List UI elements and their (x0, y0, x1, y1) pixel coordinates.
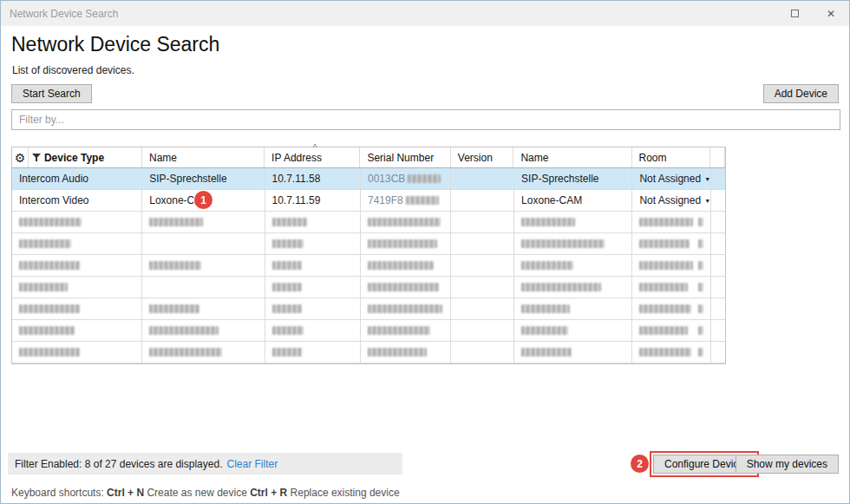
annotation-marker-2: 2 (631, 455, 649, 473)
cell-redacted (361, 212, 451, 232)
redacted-text (521, 348, 572, 357)
column-header-serial-number-3[interactable]: Serial Number (360, 147, 450, 167)
add-device-button[interactable]: Add Device (763, 84, 839, 103)
window-title: Network Device Search (10, 8, 118, 20)
page-title: Network Device Search (11, 33, 219, 56)
cell-room-dropdown[interactable] (632, 233, 711, 254)
filter-input[interactable] (11, 109, 840, 130)
table-row[interactable] (12, 298, 725, 320)
cell-room-dropdown[interactable] (632, 320, 711, 341)
column-header-device-type-0[interactable]: Device Type (29, 147, 142, 167)
table-row[interactable] (12, 212, 725, 233)
redacted-text (272, 261, 302, 270)
cell-redacted (265, 277, 361, 298)
redacted-text (406, 196, 439, 205)
cell-redacted (142, 320, 265, 341)
cell-extra (711, 255, 725, 276)
column-header-version-4[interactable]: Version (451, 147, 514, 167)
show-my-devices-button[interactable]: Show my devices (736, 455, 839, 474)
column-header-room-6[interactable]: Room (632, 147, 710, 167)
cell-redacted (12, 255, 142, 276)
redacted-text (272, 218, 307, 226)
table-row[interactable] (12, 320, 725, 342)
cell-redacted (514, 320, 632, 341)
redacted-text (19, 348, 80, 357)
cell-redacted (12, 320, 142, 341)
cell-redacted (265, 320, 361, 341)
column-header-name-5[interactable]: Name (513, 147, 631, 167)
cell-redacted (142, 212, 265, 232)
cell-redacted (514, 212, 632, 232)
cell-redacted (142, 277, 265, 298)
redacted-text (149, 326, 219, 335)
cell-extra (711, 298, 725, 319)
cell-redacted (361, 233, 451, 254)
cell-room-dropdown[interactable] (632, 255, 711, 276)
cell-redacted (514, 298, 632, 319)
cell-redacted (265, 212, 361, 232)
redacted-text (19, 218, 82, 226)
redacted-text (698, 261, 703, 270)
filter-funnel-icon (32, 154, 41, 162)
redacted-text (639, 261, 693, 270)
cell-room-dropdown[interactable]: Not Assigned▼ (632, 190, 711, 211)
cell-room-dropdown[interactable] (632, 298, 711, 319)
redacted-text (19, 326, 75, 335)
cell-room-dropdown[interactable]: Not Assigned▼ (632, 168, 711, 189)
cell-redacted (265, 255, 361, 276)
table-row[interactable] (12, 233, 725, 255)
redacted-text (368, 218, 441, 226)
table-row[interactable]: Intercom AudioSIP-Sprechstelle10.7.11.58… (12, 168, 725, 190)
shortcut-ctrl-r: Ctrl + R (250, 487, 287, 499)
cell-room-dropdown[interactable] (632, 277, 711, 298)
cell-extra (711, 190, 725, 211)
table-row[interactable] (12, 277, 725, 298)
cell-redacted (142, 298, 265, 319)
title-bar[interactable]: Network Device Search ✕ (1, 1, 849, 26)
start-search-button[interactable]: Start Search (11, 84, 92, 103)
redacted-text (19, 239, 71, 248)
cell-redacted (12, 342, 142, 363)
network-device-search-window: Network Device Search ✕ Network Device S… (0, 0, 850, 504)
cell-device-type: Intercom Audio (12, 168, 142, 189)
cell-redacted (451, 342, 514, 363)
device-table: ⚙Device TypeNameIP AddressSerial NumberV… (11, 147, 726, 364)
cell-serial-number: 0013CB (361, 168, 451, 189)
column-header-name-1[interactable]: Name (142, 147, 265, 167)
redacted-text (521, 283, 601, 291)
redacted-text (521, 326, 568, 335)
cell-redacted (451, 320, 514, 341)
cell-serial-number: 7419F8 (361, 190, 451, 211)
chevron-down-icon: ▼ (704, 198, 710, 204)
redacted-text (521, 239, 605, 248)
redacted-text (368, 326, 430, 335)
cell-room-dropdown[interactable] (632, 212, 711, 232)
cell-extra (711, 277, 725, 298)
table-row[interactable]: Intercom VideoLoxone-CAM10.7.11.597419F8… (12, 190, 725, 212)
redacted-text (149, 348, 222, 357)
table-row[interactable] (12, 342, 725, 363)
cell-ip-address: 10.7.11.58 (265, 168, 361, 189)
cell-redacted (361, 320, 451, 341)
redacted-text (698, 239, 703, 248)
maximize-button[interactable] (776, 1, 813, 26)
cell-redacted (361, 342, 451, 363)
cell-redacted (451, 277, 514, 298)
redacted-text (368, 304, 442, 313)
page-subtitle: List of discovered devices. (12, 64, 134, 76)
shortcuts-prefix: Keyboard shortcuts: (11, 487, 104, 499)
annotation-marker-1: 1 (194, 191, 212, 209)
cell-redacted (142, 255, 265, 276)
redacted-text (149, 304, 199, 313)
table-settings-cell[interactable]: ⚙ (12, 147, 29, 167)
column-header-label: Device Type (44, 152, 104, 164)
close-button[interactable]: ✕ (813, 1, 849, 26)
clear-filter-link[interactable]: Clear Filter (226, 458, 278, 470)
cell-redacted (514, 342, 632, 363)
cell-room-dropdown[interactable] (632, 342, 711, 363)
cell-redacted (514, 277, 632, 298)
chevron-down-icon: ▼ (704, 176, 710, 182)
table-row[interactable] (12, 255, 725, 277)
cell-redacted (361, 255, 451, 276)
shortcut-ctrl-n-desc: Create as new device (147, 487, 246, 499)
